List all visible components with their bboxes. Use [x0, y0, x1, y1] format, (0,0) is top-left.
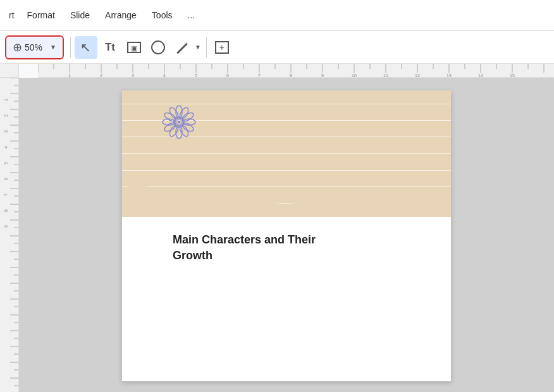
- svg-text:4: 4: [163, 73, 166, 78]
- zoom-value: 50%: [25, 42, 47, 52]
- cursor-icon: ↖: [80, 40, 91, 55]
- svg-text:8: 8: [290, 73, 292, 78]
- zoom-icon: ⊕: [13, 40, 22, 54]
- svg-text:9: 9: [321, 73, 324, 78]
- menu-item-rt[interactable]: rt: [5, 8, 18, 23]
- line-tool-group: ▼: [171, 36, 202, 59]
- svg-point-111: [178, 121, 180, 123]
- svg-text:7: 7: [258, 73, 261, 78]
- text-tool-button[interactable]: Tt: [99, 36, 121, 59]
- svg-text:9: 9: [4, 225, 8, 228]
- comment-icon: +: [215, 41, 229, 54]
- menu-item-arrange[interactable]: Arrange: [99, 8, 143, 23]
- svg-text:3: 3: [4, 130, 8, 133]
- menu-item-slide[interactable]: Slide: [64, 8, 96, 23]
- zoom-control[interactable]: ⊕ 50% ▼: [5, 35, 64, 59]
- text-icon: Tt: [105, 41, 115, 54]
- svg-text:11: 11: [383, 73, 388, 78]
- slide-title: Main Characters and Their Growth: [173, 232, 426, 264]
- image-tool-button[interactable]: ▣: [123, 36, 145, 59]
- svg-text:13: 13: [446, 73, 452, 78]
- slide-page: Main Characters and Their Growth: [122, 90, 451, 381]
- shape-icon: [151, 40, 165, 54]
- svg-text:4: 4: [4, 146, 8, 149]
- wavy-bottom-edge: [122, 182, 451, 217]
- cursor-tool-button[interactable]: ↖: [75, 36, 97, 59]
- svg-text:5: 5: [4, 162, 8, 164]
- shape-tool-button[interactable]: [147, 36, 169, 59]
- ruler-corner: [0, 64, 19, 78]
- svg-text:3: 3: [132, 73, 134, 78]
- content-area: 1 2 3 4 5 6 7 8 9: [0, 78, 554, 392]
- comment-tool-button[interactable]: +: [211, 36, 233, 59]
- svg-text:8: 8: [4, 209, 8, 212]
- svg-text:15: 15: [510, 73, 515, 78]
- svg-text:10: 10: [352, 73, 357, 78]
- toolbar-divider-2: [206, 37, 207, 58]
- slide-canvas[interactable]: Main Characters and Their Growth: [19, 78, 554, 392]
- svg-text:7: 7: [4, 193, 8, 196]
- image-icon: ▣: [127, 42, 141, 53]
- menu-bar: rt Format Slide Arrange Tools ...: [0, 0, 554, 31]
- line-dropdown-arrow[interactable]: ▼: [194, 44, 202, 51]
- slide-top-image: [122, 90, 451, 217]
- toolbar: ⊕ 50% ▼ ↖ Tt ▣ ▼ +: [0, 31, 554, 64]
- toolbar-divider-1: [70, 37, 71, 58]
- svg-text:5: 5: [195, 73, 197, 78]
- menu-item-more[interactable]: ...: [182, 8, 202, 23]
- svg-text:6: 6: [226, 73, 229, 78]
- ruler-horizontal: // Ruler ticks drawn via SVG: [38, 64, 554, 78]
- svg-text:1: 1: [68, 73, 71, 78]
- menu-item-tools[interactable]: Tools: [145, 8, 179, 23]
- svg-text:12: 12: [415, 73, 420, 78]
- line-icon: [176, 43, 188, 54]
- svg-text:2: 2: [100, 73, 102, 78]
- svg-text:2: 2: [4, 114, 8, 117]
- svg-text:1: 1: [4, 99, 8, 101]
- svg-text:14: 14: [478, 73, 483, 78]
- flower-decoration: [154, 97, 204, 147]
- zoom-dropdown-arrow[interactable]: ▼: [50, 44, 56, 51]
- slide-bottom: Main Characters and Their Growth: [122, 217, 451, 276]
- svg-text:6: 6: [4, 178, 8, 180]
- ruler-vertical: 1 2 3 4 5 6 7 8 9: [0, 78, 19, 392]
- menu-item-format[interactable]: Format: [21, 8, 61, 23]
- line-tool-button[interactable]: [171, 36, 194, 59]
